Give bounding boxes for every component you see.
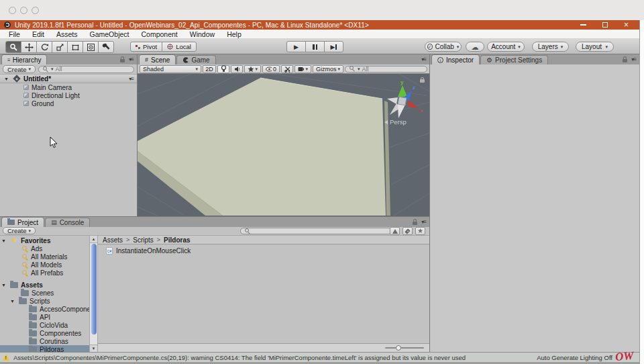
layout-dropdown[interactable]: Layout ▾ bbox=[576, 42, 614, 52]
cloud-button[interactable]: ☁ bbox=[466, 42, 484, 52]
scroll-up-icon[interactable]: ▲ bbox=[90, 236, 97, 243]
tab-inspector[interactable]: Inspector bbox=[431, 54, 480, 64]
favorites-item[interactable]: All Models bbox=[0, 261, 89, 269]
scrollbar-thumb[interactable] bbox=[91, 244, 97, 334]
project-search-input[interactable] bbox=[240, 228, 392, 234]
local-button[interactable]: Local bbox=[162, 42, 197, 52]
folder-item[interactable]: Corutinas bbox=[0, 337, 89, 345]
panel-menu-icon[interactable]: ▾≡ bbox=[129, 56, 133, 62]
scene-header-row[interactable]: ▼ Untitled* ▾≡ bbox=[0, 75, 137, 83]
breadcrumb-pildoras[interactable]: Pildoras bbox=[164, 236, 190, 244]
panel-menu-icon[interactable]: ▾≡ bbox=[421, 219, 426, 225]
panel-menu-icon[interactable]: ▾≡ bbox=[421, 56, 426, 62]
lock-icon[interactable] bbox=[420, 79, 425, 83]
pause-button[interactable] bbox=[305, 41, 325, 52]
expander-icon[interactable]: ▼ bbox=[1, 238, 7, 243]
scene-tools-button[interactable] bbox=[281, 65, 293, 73]
audio-toggle-button[interactable] bbox=[231, 65, 243, 73]
menu-item[interactable]: Window bbox=[184, 30, 221, 38]
folder-item[interactable]: ▼ Assets bbox=[0, 281, 89, 289]
favorites-item[interactable]: ▼ Favorites bbox=[0, 236, 89, 244]
toggle-2d-button[interactable]: 2D bbox=[203, 65, 216, 73]
close-icon[interactable]: × bbox=[624, 21, 629, 28]
folder-item[interactable]: Componentes bbox=[0, 329, 89, 337]
expander-icon[interactable]: ▼ bbox=[10, 299, 16, 304]
slider-knob[interactable] bbox=[396, 345, 401, 351]
transform-tool-button[interactable] bbox=[83, 41, 99, 53]
collab-dropdown[interactable]: ✓ Collab ▾ bbox=[425, 42, 462, 52]
minimize-icon[interactable] bbox=[580, 24, 586, 26]
auto-generate-lighting-toggle[interactable]: Auto Generate Lighting Off bbox=[537, 354, 612, 361]
lock-icon[interactable] bbox=[413, 222, 417, 225]
asset-file-item[interactable]: InstantiateOnMouseClick bbox=[98, 246, 429, 255]
lock-icon[interactable] bbox=[623, 59, 627, 62]
project-tree-scrollbar[interactable]: ▲ ▼ bbox=[89, 236, 98, 352]
tab-project-settings[interactable]: ⚙ Project Settings bbox=[480, 55, 548, 64]
hierarchy-item[interactable]: Ground bbox=[0, 99, 137, 107]
projection-toggle[interactable]: Persp bbox=[384, 118, 407, 126]
zoom-circle-icon[interactable] bbox=[32, 7, 39, 14]
play-button[interactable]: ▶ bbox=[286, 41, 306, 52]
shading-mode-dropdown[interactable]: Shaded ▾ bbox=[140, 65, 201, 73]
tab-scene[interactable]: # Scene bbox=[139, 54, 176, 64]
folder-item[interactable]: Scenes bbox=[0, 289, 89, 297]
account-dropdown[interactable]: Account ▾ bbox=[487, 42, 525, 52]
scroll-down-icon[interactable]: ▼ bbox=[90, 345, 97, 352]
favorites-item[interactable]: Ads bbox=[0, 244, 89, 253]
move-tool-button[interactable] bbox=[21, 41, 37, 53]
favorites-filter-button[interactable]: ★ bbox=[415, 227, 425, 235]
folder-item[interactable]: ▼ Scripts bbox=[0, 297, 89, 305]
panel-menu-icon[interactable]: ▾≡ bbox=[631, 56, 636, 62]
hierarchy-search-input[interactable]: ▾ All bbox=[38, 66, 134, 73]
favorites-item[interactable]: All Materials bbox=[0, 253, 89, 261]
scene-viewport[interactable]: y z x Persp bbox=[138, 74, 429, 216]
camera-dropdown[interactable]: ▾ bbox=[294, 65, 311, 73]
orientation-gizmo[interactable]: y z x bbox=[381, 79, 424, 121]
breadcrumb-assets[interactable]: Assets bbox=[103, 236, 123, 244]
folder-item[interactable]: AccesoComponente bbox=[0, 305, 89, 313]
menu-item[interactable]: GameObject bbox=[84, 30, 136, 38]
hand-tool-button[interactable] bbox=[5, 41, 21, 53]
gizmos-dropdown[interactable]: Gizmos ▾ bbox=[313, 65, 343, 73]
folder-item[interactable]: CicloVida bbox=[0, 321, 89, 329]
folder-item[interactable]: Pildoras bbox=[0, 345, 89, 352]
scale-tool-button[interactable] bbox=[52, 41, 68, 53]
menu-item[interactable]: Component bbox=[135, 30, 183, 38]
folder-item[interactable]: API bbox=[0, 313, 89, 321]
expand-triangle-icon[interactable]: ▼ bbox=[4, 77, 10, 81]
search-by-type-button[interactable] bbox=[390, 227, 400, 235]
hidden-objects-button[interactable]: 0 bbox=[262, 65, 280, 73]
layers-dropdown[interactable]: Layers ▾ bbox=[532, 42, 569, 52]
custom-tool-button[interactable] bbox=[98, 41, 114, 53]
pivot-button[interactable]: Pivot bbox=[130, 42, 162, 52]
tab-console[interactable]: ▤ Console bbox=[45, 218, 90, 227]
close-circle-icon[interactable] bbox=[9, 7, 16, 14]
step-button[interactable]: ▶ bbox=[324, 41, 343, 52]
favorites-item[interactable]: All Prefabs bbox=[0, 269, 89, 277]
scene-menu-icon[interactable]: ▾≡ bbox=[129, 76, 133, 82]
hierarchy-create-button[interactable]: Create ▾ bbox=[3, 65, 36, 73]
rect-tool-button[interactable] bbox=[67, 41, 83, 53]
expander-icon[interactable]: ▼ bbox=[1, 283, 7, 287]
project-create-button[interactable]: Create ▾ bbox=[3, 227, 36, 234]
tab-project[interactable]: Project bbox=[1, 217, 44, 227]
tab-game[interactable]: Game bbox=[176, 55, 215, 64]
tab-hierarchy[interactable]: ≡ Hierarchy bbox=[1, 54, 47, 64]
menu-item[interactable]: Help bbox=[221, 30, 248, 38]
menu-item[interactable]: Edit bbox=[26, 30, 50, 38]
menu-item[interactable]: File bbox=[3, 30, 26, 38]
breadcrumb-scripts[interactable]: Scripts bbox=[133, 236, 154, 244]
rotate-tool-button[interactable] bbox=[36, 41, 52, 53]
search-by-label-button[interactable] bbox=[402, 227, 413, 235]
lock-icon[interactable] bbox=[120, 59, 125, 62]
icon-size-slider[interactable] bbox=[385, 347, 424, 349]
minimize-circle-icon[interactable] bbox=[20, 7, 28, 14]
hierarchy-item[interactable]: Main Camera bbox=[0, 83, 137, 91]
restore-icon[interactable] bbox=[602, 22, 608, 28]
effects-dropdown[interactable]: ▾ bbox=[244, 65, 261, 73]
console-status-message[interactable]: Assets\Scripts\Componentes\MiPrimerCompo… bbox=[13, 354, 466, 361]
status-bar[interactable]: Assets\Scripts\Componentes\MiPrimerCompo… bbox=[0, 352, 639, 364]
lighting-toggle-button[interactable] bbox=[217, 65, 229, 73]
scene-search-input[interactable]: ▾ All bbox=[345, 66, 427, 73]
hierarchy-item[interactable]: Directional Light bbox=[0, 91, 137, 99]
